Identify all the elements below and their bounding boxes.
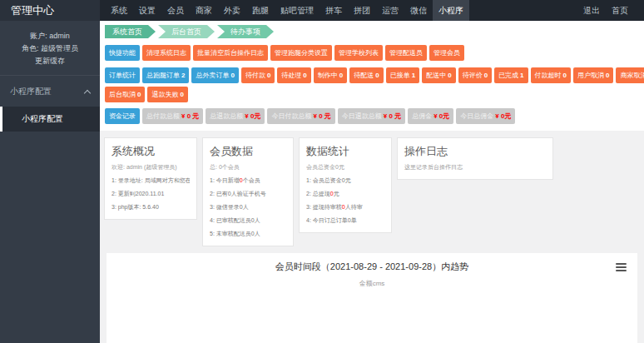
- account-user: 账户: admin: [0, 30, 100, 42]
- breadcrumb-tab[interactable]: 后台首页: [158, 25, 215, 38]
- funds-head: 资金记录: [105, 108, 140, 124]
- order-stat-button[interactable]: 商家取消0: [616, 67, 644, 83]
- nav-item[interactable]: 运营: [376, 0, 404, 21]
- quick-action-button[interactable]: 清理系统日志: [142, 45, 191, 61]
- quick-action-button[interactable]: 批量清空后台操作日志: [193, 45, 268, 61]
- nav-right: 退出 首页: [577, 0, 644, 21]
- panel-subtitle: 这里记录后台操作日志: [404, 163, 546, 172]
- panel-title: 会员数据: [210, 144, 286, 159]
- panel-member-data: 会员数据 总: 0个会员 1: 今日新增0个会员2: 已有0人验证手机号3: 微…: [202, 137, 294, 246]
- sidebar-item-miniapp-config[interactable]: 小程序配置: [0, 107, 100, 132]
- order-stats-row-1: 订单统计 总跑腿订单2总外卖订单0待付款0待处理0制作中0待配送0已接单1配送中…: [105, 67, 639, 83]
- main-content: 系统首页后台首页待办事项 快捷功能 清理系统日志批量清空后台操作日志管理跑腿分类…: [100, 21, 644, 343]
- breadcrumb: 系统首页后台首页待办事项: [105, 25, 639, 38]
- panel-subtitle: 总: 0个会员: [210, 163, 286, 172]
- order-stat-button[interactable]: 退款失败0: [147, 87, 187, 102]
- chart-subtitle: 金额cms: [107, 279, 637, 288]
- chart-title: 会员时间段（2021-08-29 - 2021-09-28）内趋势: [107, 261, 637, 273]
- breadcrumb-tab[interactable]: 系统首页: [105, 25, 156, 38]
- quick-actions-head: 快捷功能: [105, 45, 140, 61]
- chevron-up-icon: [84, 89, 91, 96]
- order-stat-button[interactable]: 待处理0: [277, 67, 310, 83]
- panel-title: 系统概况: [111, 144, 190, 159]
- content-top: 系统首页后台首页待办事项 快捷功能 清理系统日志批量清空后台操作日志管理跑腿分类…: [100, 21, 644, 131]
- quick-action-button[interactable]: 管理会员: [429, 45, 464, 61]
- nav-item[interactable]: 系统: [105, 0, 133, 21]
- chart-plot-svg: 0单位:人: [107, 310, 634, 343]
- panel-lines: 1: 登录地址: 局域网对方和您在同2: 更新到2020.11.013: php…: [111, 176, 190, 211]
- fund-stat-button[interactable]: 今日总佣金¥ 0元: [456, 108, 515, 124]
- order-stat-button[interactable]: 待付款0: [241, 67, 275, 83]
- panel-line: 2: 已有0人验证手机号: [210, 190, 286, 198]
- panel-line: 3: 提现待审核0人待审: [306, 203, 384, 211]
- nav-item[interactable]: 贴吧管理: [275, 0, 320, 21]
- quick-action-button[interactable]: 管理配送员: [385, 45, 427, 61]
- top-bar: 管理中心 系统设置会员商家外卖跑腿贴吧管理拼车拼团运营微信小程序 退出 首页: [0, 0, 644, 21]
- order-stats-row-2: 后台取消0退款失败0: [105, 87, 639, 102]
- quick-actions: 清理系统日志批量清空后台操作日志管理跑腿分类设置管理学校列表管理配送员管理会员: [142, 45, 464, 61]
- panel-system-overview: 系统概况 欢迎: admin (超级管理员) 1: 登录地址: 局域网对方和您在…: [104, 137, 197, 220]
- logout-link[interactable]: 退出: [577, 0, 606, 21]
- nav-item[interactable]: 微信: [404, 0, 433, 21]
- fund-stat-button[interactable]: 总佣金¥ 0元: [408, 108, 453, 124]
- order-stat-button[interactable]: 后台取消0: [105, 87, 145, 102]
- order-stat-button[interactable]: 待评价0: [458, 67, 492, 83]
- fund-stat-button[interactable]: 总付款总额¥ 0 元: [142, 108, 203, 124]
- quick-action-button[interactable]: 管理跑腿分类设置: [270, 45, 332, 61]
- nav-item[interactable]: 拼团: [348, 0, 376, 21]
- panel-subtitle: 会员总资金0元: [306, 163, 384, 172]
- panel-line: 1: 今日新增0个会员: [210, 176, 286, 185]
- home-link[interactable]: 首页: [606, 0, 634, 21]
- quick-actions-row: 快捷功能 清理系统日志批量清空后台操作日志管理跑腿分类设置管理学校列表管理配送员…: [105, 45, 639, 61]
- panel-line: 2: 更新到2020.11.01: [111, 190, 190, 198]
- panel-line: 3: php版本: 5.6.40: [111, 203, 190, 211]
- panel-title: 数据统计: [306, 144, 384, 159]
- account-info: 账户: admin 角色: 超级管理员 更新缓存: [0, 21, 100, 76]
- order-stat-button[interactable]: 制作中0: [314, 67, 347, 83]
- sidebar: 账户: admin 角色: 超级管理员 更新缓存 小程序配置 小程序配置: [0, 21, 100, 343]
- panel-operation-log: 操作日志 这里记录后台操作日志: [397, 137, 553, 180]
- summary-panels: 系统概况 欢迎: admin (超级管理员) 1: 登录地址: 局域网对方和您在…: [104, 137, 640, 246]
- account-role: 角色: 超级管理员: [0, 42, 100, 55]
- chart-plot: 0单位:人: [107, 310, 637, 343]
- fund-stat-button[interactable]: 总退款总额¥ 0元: [206, 108, 265, 124]
- nav-item[interactable]: 商家: [190, 0, 218, 21]
- refresh-cache-link[interactable]: 更新缓存: [0, 55, 100, 67]
- sidebar-group-miniapp-config[interactable]: 小程序配置: [0, 76, 100, 107]
- nav-item[interactable]: 设置: [133, 0, 161, 21]
- sidebar-group-label: 小程序配置: [10, 86, 52, 97]
- panel-lines: 1: 会员总资金0元2: 总提现0元3: 提现待审核0人待审4: 今日订总订单0…: [306, 176, 384, 225]
- fund-stat-button[interactable]: 今日付款总额¥ 0 元: [267, 108, 334, 124]
- panel-line: 5: 未审核配送员0人: [210, 230, 286, 238]
- panel-line: 1: 登录地址: 局域网对方和您在同: [111, 176, 190, 185]
- nav-item[interactable]: 外卖: [218, 0, 246, 21]
- panel-line: 3: 微信登录0人: [210, 203, 286, 211]
- order-stat-button[interactable]: 用户取消0: [573, 67, 613, 83]
- order-stat-button[interactable]: 总跑腿订单2: [142, 67, 189, 83]
- order-stat-button[interactable]: 已接单1: [386, 67, 419, 83]
- nav-item[interactable]: 跑腿: [246, 0, 275, 21]
- order-stats: 总跑腿订单2总外卖订单0待付款0待处理0制作中0待配送0已接单1配送中0待评价0…: [142, 67, 644, 83]
- funds-items: 总付款总额¥ 0 元总退款总额¥ 0元今日付款总额¥ 0 元今日退款总额¥ 0 …: [142, 108, 515, 124]
- order-stat-button[interactable]: 付款超时0: [531, 67, 571, 83]
- panel-lines: 1: 今日新增0个会员2: 已有0人验证手机号3: 微信登录0人4: 已审核配送…: [210, 176, 286, 238]
- nav-item[interactable]: 拼车: [320, 0, 348, 21]
- sidebar-menu: 小程序配置: [0, 107, 100, 132]
- nav-item[interactable]: 会员: [161, 0, 190, 21]
- panel-line: 2: 总提现0元: [306, 190, 384, 198]
- panel-line: 4: 今日订总订单0单: [306, 216, 384, 225]
- funds-row: 资金记录 总付款总额¥ 0 元总退款总额¥ 0元今日付款总额¥ 0 元今日退款总…: [105, 108, 639, 124]
- chart-menu-icon[interactable]: [616, 263, 627, 271]
- panel-title: 操作日志: [404, 144, 546, 159]
- order-stat-button[interactable]: 配送中0: [422, 67, 455, 83]
- nav-item[interactable]: 小程序: [433, 0, 469, 21]
- fund-stat-button[interactable]: 今日退款总额¥ 0 元: [338, 108, 405, 124]
- panel-line: 4: 已审核配送员0人: [210, 216, 286, 225]
- panel-data-statistics: 数据统计 会员总资金0元 1: 会员总资金0元2: 总提现0元3: 提现待审核0…: [299, 137, 392, 233]
- member-trend-chart: 会员时间段（2021-08-29 - 2021-09-28）内趋势 金额cms …: [107, 253, 637, 343]
- quick-action-button[interactable]: 管理学校列表: [334, 45, 383, 61]
- order-stat-button[interactable]: 已完成1: [494, 67, 528, 83]
- order-stat-button[interactable]: 总外卖订单0: [191, 67, 238, 83]
- order-stat-button[interactable]: 待配送0: [349, 67, 383, 83]
- breadcrumb-tab[interactable]: 待办事项: [217, 25, 274, 38]
